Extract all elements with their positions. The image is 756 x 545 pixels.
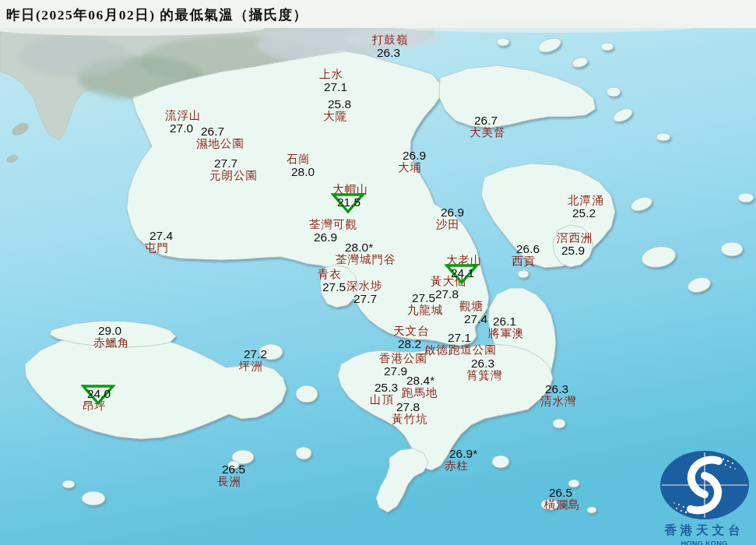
- station-marker: 26.7大美督: [469, 114, 506, 139]
- station-value: 26.9*: [449, 448, 477, 460]
- station-name: 坪洲: [239, 360, 267, 373]
- station-marker: 大帽山21.5: [332, 184, 369, 208]
- station-value: 28.0: [291, 166, 315, 178]
- station-name: 屯門: [145, 242, 173, 255]
- station-marker: 24.0昂坪: [83, 388, 111, 412]
- station-marker: 27.8黃竹坑: [392, 401, 428, 425]
- station-name: 滘西洲: [557, 232, 593, 244]
- station-value: 27.2: [244, 348, 267, 360]
- hko-emblem-icon: [658, 450, 751, 522]
- station-value: 21.5: [337, 196, 369, 209]
- station-name: 筲箕灣: [466, 370, 503, 382]
- station-value: 26.3: [377, 47, 409, 59]
- station-value: 27.7: [214, 157, 258, 170]
- station-marker: 青衣27.5: [318, 269, 346, 293]
- station-value: 26.1: [493, 315, 525, 328]
- station-name: 流浮山: [165, 110, 202, 122]
- station-marker: 荃灣可觀26.9: [309, 219, 357, 243]
- station-name: 觀塘: [459, 301, 487, 313]
- station-name: 赤鱲角: [93, 337, 130, 350]
- station-marker: 26.9大埔: [398, 149, 426, 174]
- station-value: 27.0: [170, 122, 202, 135]
- station-marker: 26.5橫瀾島: [544, 487, 581, 511]
- station-name: 濕地公園: [196, 138, 244, 150]
- station-marker: 26.9沙田: [436, 206, 464, 230]
- station-name: 打鼓嶺: [372, 34, 409, 47]
- station-name: 長洲: [217, 476, 245, 488]
- station-name: 石崗: [287, 153, 315, 166]
- station-value: 27.4: [149, 230, 173, 242]
- minimum-marker-triangle-icon: [81, 384, 115, 406]
- station-marker: 25.8大隴: [323, 98, 351, 122]
- station-name: 橫瀾島: [544, 499, 581, 512]
- station-marker: 27.5九龍城: [407, 292, 444, 316]
- station-value: 27.4: [464, 313, 487, 325]
- station-marker: 27.1啟德跑道公園: [424, 332, 497, 356]
- station-name: 大美督: [469, 127, 506, 139]
- station-marker: 流浮山27.0: [165, 110, 202, 134]
- station-value: 25.9: [561, 244, 593, 257]
- station-name: 跑馬地: [402, 387, 438, 399]
- station-marker: 深水埗27.7: [346, 280, 383, 304]
- station-value: 26.5: [222, 463, 245, 476]
- minimum-marker-triangle-icon: [445, 263, 479, 285]
- station-name: 大隴: [323, 111, 351, 123]
- station-marker: 27.2坪洲: [239, 348, 267, 372]
- station-name: 荃灣可觀: [309, 219, 357, 231]
- station-name: 黃竹坑: [392, 413, 428, 426]
- hko-logo: 香港天文台 HONG KONG OBSERVATORY: [652, 450, 756, 545]
- station-name: 深水埗: [346, 280, 383, 293]
- station-value: 27.1: [448, 332, 497, 344]
- station-marker: 天文台28.2: [393, 325, 430, 350]
- station-marker: 26.5長洲: [217, 463, 245, 487]
- station-name: 荃灣城門谷: [336, 254, 396, 266]
- map-title: 昨日(2025年06月02日) 的最低氣溫（攝氏度）: [6, 5, 308, 24]
- station-name: 大埔: [398, 162, 426, 174]
- hko-name-english: HONG KONG OBSERVATORY: [652, 540, 756, 545]
- station-value: 25.2: [572, 207, 604, 220]
- station-marker: 北潭涌25.2: [568, 195, 604, 219]
- station-name: 啟德跑道公園: [424, 344, 497, 357]
- station-marker: 27.7元朗公園: [209, 157, 258, 181]
- station-marker: 27.4屯門: [145, 230, 173, 254]
- station-value: 28.2: [398, 338, 430, 350]
- weather-map-screen: 昨日(2025年06月02日) 的最低氣溫（攝氏度） 打鼓嶺26.3上水27.1…: [0, 0, 756, 545]
- station-value: 27.1: [324, 81, 347, 93]
- station-value: 26.7: [201, 125, 244, 138]
- station-marker: 大老山24.1: [446, 255, 483, 279]
- station-value: 26.7: [474, 114, 506, 127]
- station-marker: 26.7濕地公園: [196, 125, 244, 149]
- station-value: 27.8: [396, 401, 428, 413]
- station-marker: 打鼓嶺26.3: [372, 34, 409, 58]
- minimum-marker-triangle-icon: [331, 192, 365, 214]
- station-name: 清水灣: [540, 396, 577, 408]
- station-value: 27.5: [322, 281, 346, 294]
- station-value: 24.1: [451, 267, 483, 280]
- station-value: 25.3: [374, 382, 398, 394]
- station-marker: 觀塘27.4: [459, 301, 487, 325]
- station-name: 西貢: [512, 255, 540, 268]
- station-marker: 26.3清水灣: [540, 383, 577, 407]
- station-value: 24.0: [87, 388, 111, 400]
- station-name: 香港公園: [379, 353, 427, 365]
- station-name: 上水: [319, 69, 347, 81]
- station-marker: 石崗28.0: [287, 153, 315, 178]
- station-name: 沙田: [436, 219, 464, 231]
- station-name: 赤柱: [445, 460, 477, 473]
- station-name: 九龍城: [407, 304, 444, 317]
- station-value: 26.9: [403, 149, 426, 162]
- station-value: 26.6: [516, 243, 540, 255]
- station-value: 28.4*: [406, 374, 438, 387]
- station-value: 29.0: [98, 325, 130, 337]
- station-value: 28.0*: [345, 241, 396, 254]
- station-value: 25.8: [328, 98, 351, 111]
- station-value: 27.7: [353, 293, 383, 305]
- station-marker: 26.6西貢: [512, 243, 540, 267]
- station-marker: 滘西洲25.9: [557, 232, 593, 256]
- hko-name-chinese: 香港天文台: [652, 522, 756, 539]
- station-name: 北潭涌: [568, 195, 604, 207]
- station-marker: 26.3筲箕灣: [466, 357, 503, 382]
- station-marker: 28.4*跑馬地: [402, 374, 438, 399]
- stations-layer: 打鼓嶺26.3上水27.125.8大隴26.7大美督流浮山27.026.7濕地公…: [0, 0, 756, 545]
- station-value: 26.9: [441, 206, 464, 219]
